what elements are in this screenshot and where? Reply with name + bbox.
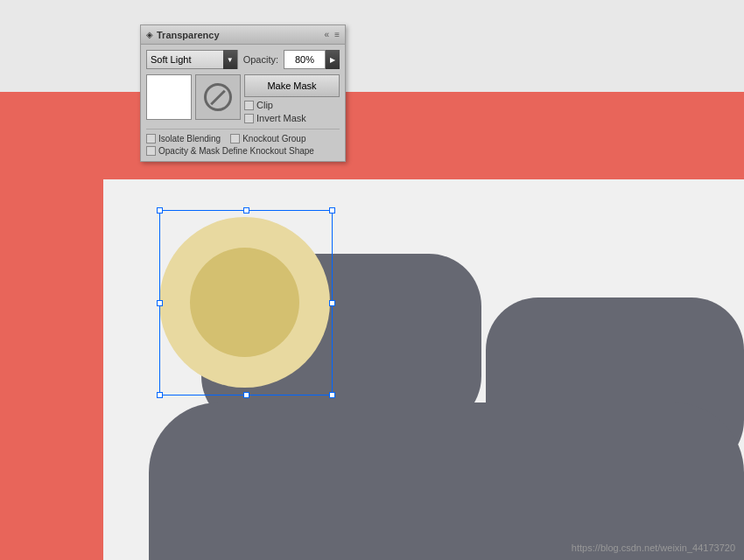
isolate-blending-label: Isolate Blending xyxy=(158,134,221,144)
opacity-label: Opacity: xyxy=(243,54,278,65)
selection-box xyxy=(159,210,333,396)
watermark: https://blog.csdn.net/weixin_44173720 xyxy=(572,542,735,553)
thumbnails-row: Make Mask Clip Invert Mask xyxy=(146,74,340,123)
layer-thumbnail[interactable] xyxy=(146,74,192,120)
handle-top-left[interactable] xyxy=(157,207,163,214)
bottom-checkboxes: Isolate Blending Knockout Group Opacity … xyxy=(146,129,340,156)
no-entry-line xyxy=(210,89,226,105)
make-mask-button[interactable]: Make Mask xyxy=(244,74,340,97)
panel-menu-icon[interactable]: ≡ xyxy=(334,30,340,39)
isolate-blending-row: Isolate Blending Knockout Group xyxy=(146,134,340,144)
handle-bottom-middle[interactable] xyxy=(243,392,249,398)
opacity-value: 80% xyxy=(295,54,314,65)
red-left-bar xyxy=(0,179,103,560)
no-mask-icon xyxy=(204,83,232,111)
panel-titlebar[interactable]: ◈ Transparency « ≡ xyxy=(141,25,345,45)
handle-bottom-right[interactable] xyxy=(329,392,335,398)
watermark-text: https://blog.csdn.net/weixin_44173720 xyxy=(572,542,735,553)
panel-title-left: ◈ Transparency xyxy=(146,30,220,40)
panel-title: Transparency xyxy=(157,30,220,40)
panel-collapse-arrows[interactable]: « xyxy=(325,30,330,39)
handle-top-right[interactable] xyxy=(329,207,335,214)
dark-shape-bottom xyxy=(149,402,744,560)
opacity-control: 80% ▶ xyxy=(284,50,340,69)
opacity-increment-arrow[interactable]: ▶ xyxy=(326,50,340,69)
thumb-white xyxy=(152,80,186,114)
isolate-blending-checkbox[interactable] xyxy=(146,134,156,144)
clip-label: Clip xyxy=(256,100,273,110)
opacity-mask-label: Opacity & Mask Define Knockout Shape xyxy=(158,146,314,156)
clip-checkbox-row: Clip xyxy=(244,100,340,110)
invert-mask-checkbox[interactable] xyxy=(244,114,254,123)
invert-mask-checkbox-row: Invert Mask xyxy=(244,113,340,123)
transparency-panel: ◈ Transparency « ≡ Soft Light ▼ Opacity:… xyxy=(140,24,346,162)
handle-middle-left[interactable] xyxy=(157,300,163,306)
blend-mode-dropdown[interactable]: Soft Light ▼ xyxy=(146,50,238,69)
opacity-mask-row: Opacity & Mask Define Knockout Shape xyxy=(146,146,340,156)
handle-top-middle[interactable] xyxy=(243,207,249,214)
panel-body: Soft Light ▼ Opacity: 80% ▶ xyxy=(141,45,345,161)
red-horizontal-band xyxy=(0,92,744,179)
blend-dropdown-arrow[interactable]: ▼ xyxy=(223,50,237,69)
knockout-group-checkbox[interactable] xyxy=(230,134,240,144)
blend-mode-value: Soft Light xyxy=(151,54,220,65)
invert-mask-label: Invert Mask xyxy=(256,113,306,123)
handle-middle-right[interactable] xyxy=(329,300,335,306)
opacity-mask-checkbox[interactable] xyxy=(146,146,156,156)
mask-thumbnail[interactable] xyxy=(195,74,241,120)
clip-checkbox[interactable] xyxy=(244,101,254,110)
transparency-icon: ◈ xyxy=(146,30,153,39)
knockout-group-label: Knockout Group xyxy=(242,134,305,144)
mask-controls: Make Mask Clip Invert Mask xyxy=(244,74,340,123)
opacity-input[interactable]: 80% xyxy=(284,50,326,69)
panel-title-controls: « ≡ xyxy=(325,30,340,39)
blend-opacity-row: Soft Light ▼ Opacity: 80% ▶ xyxy=(146,50,340,69)
handle-bottom-left[interactable] xyxy=(157,392,163,398)
